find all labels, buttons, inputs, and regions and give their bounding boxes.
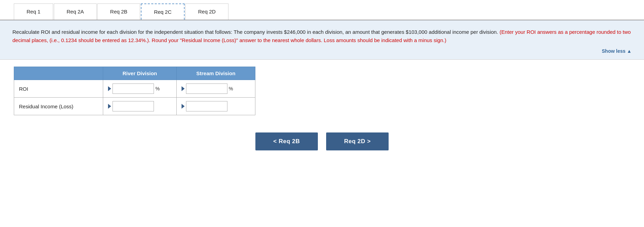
table-row-roi: ROI %	[14, 80, 255, 98]
info-text: Recalculate ROI and residual income for …	[12, 28, 632, 45]
tab-req2d-label: Req 2D	[198, 9, 216, 14]
tab-req2a[interactable]: Req 2A	[54, 3, 97, 20]
table-header-river: River Division	[103, 67, 177, 80]
show-less-link[interactable]: Show less	[602, 48, 632, 54]
residual-river-cell	[103, 98, 177, 115]
roi-stream-pct: %	[229, 86, 233, 91]
info-text-black: Recalculate ROI and residual income for …	[12, 29, 498, 35]
show-less-container: Show less	[12, 48, 632, 54]
data-table: River Division Stream Division ROI	[14, 67, 255, 115]
tab-req2b-label: Req 2B	[110, 9, 127, 14]
next-button[interactable]: Req 2D >	[326, 132, 389, 150]
tab-req2c-label: Req 2C	[154, 9, 172, 15]
tabs-bar: Req 1 Req 2A Req 2B Req 2C Req 2D	[0, 0, 644, 20]
triangle-icon-roi-stream	[182, 86, 185, 91]
table-container: River Division Stream Division ROI	[0, 67, 644, 126]
tab-req1[interactable]: Req 1	[14, 3, 53, 20]
residual-stream-input[interactable]	[186, 101, 227, 111]
roi-river-pct: %	[155, 86, 159, 91]
roi-stream-cell: %	[176, 80, 255, 98]
page-container: Req 1 Req 2A Req 2B Req 2C Req 2D Recalc…	[0, 0, 644, 227]
roi-river-input[interactable]	[113, 83, 154, 94]
triangle-icon-residual-river	[108, 104, 111, 109]
nav-buttons: < Req 2B Req 2D >	[0, 126, 644, 161]
info-box: Recalculate ROI and residual income for …	[0, 20, 644, 60]
roi-river-cell: %	[103, 80, 177, 98]
residual-stream-cell	[176, 98, 255, 115]
triangle-icon-roi-river	[108, 86, 111, 91]
tab-req1-label: Req 1	[27, 9, 40, 14]
tab-req2d[interactable]: Req 2D	[185, 3, 228, 20]
tab-req2b[interactable]: Req 2B	[97, 3, 140, 20]
roi-stream-input[interactable]	[186, 83, 227, 94]
residual-label: Residual Income (Loss)	[14, 98, 103, 115]
triangle-icon-residual-stream	[182, 104, 185, 109]
roi-label: ROI	[14, 80, 103, 98]
tab-req2a-label: Req 2A	[67, 9, 84, 14]
table-header-stream: Stream Division	[176, 67, 255, 80]
tab-req2c[interactable]: Req 2C	[141, 3, 185, 20]
prev-button[interactable]: < Req 2B	[255, 132, 318, 150]
residual-river-input[interactable]	[113, 101, 154, 111]
table-header-empty	[14, 67, 103, 80]
table-row-residual: Residual Income (Loss)	[14, 98, 255, 115]
